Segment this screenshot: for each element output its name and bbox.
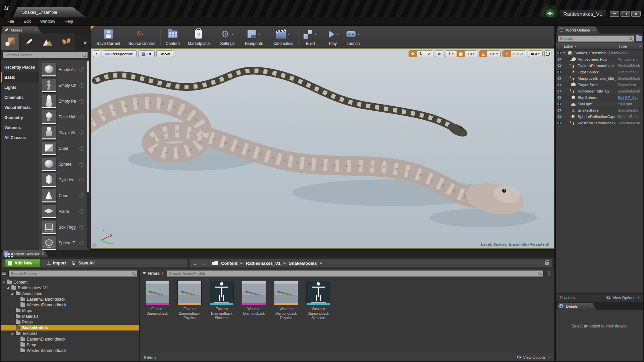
dropdown-arrow-icon[interactable]: ▼ [231,33,233,36]
tree-item-easterndiamondback-tex[interactable]: EasternDiamondback [1,336,139,342]
category-recently-placed[interactable]: Recently Placed [1,62,39,72]
outliner-view-options-button[interactable]: View Options▼ [606,296,640,300]
grid-snap-value[interactable]: 10▼ [465,51,477,57]
marketplace-button[interactable]: UMarketplace [184,26,214,48]
back-button[interactable]: ← [193,260,198,266]
dropdown-arrow-icon[interactable]: ▼ [258,33,260,36]
visibility-eye-icon[interactable] [557,58,562,61]
search-assets-input[interactable] [169,272,538,276]
table-row[interactable]: WesternDiamondbackSkeletalMesh [556,120,643,126]
settings-button[interactable]: ⚙▼Settings [216,26,238,48]
help-icon[interactable]: ? [79,99,84,104]
dropdown-arrow-icon[interactable]: ▼ [336,33,338,36]
viewport[interactable]: ▼ Perspective Lit Show ✥ ↻ ↗ ⊕ ⊥▼ ▦ 10▼ … [91,48,554,249]
help-icon[interactable]: ? [79,83,84,88]
asset-tile[interactable]: Eastern Diamondback Skeleton [208,281,236,320]
viewport-options-button[interactable]: ▼ [93,50,100,57]
import-button[interactable]: Import [47,261,66,265]
show-button[interactable]: Show [156,50,173,57]
asset-tile[interactable]: Eastern Diamondback [143,281,171,316]
close-icon[interactable]: × [590,304,592,308]
tree-item-rattlesnakes[interactable]: ◢Rattlesnakes_V1 [1,285,139,291]
category-volumes[interactable]: Volumes [1,123,39,133]
rotate-tool-button[interactable]: ↻ [417,51,425,57]
maximize-viewport-button[interactable] [544,50,551,57]
save-current-button[interactable]: Save Current [93,26,124,48]
blueprints-button[interactable]: ▼Blueprints [241,26,267,48]
help-icon[interactable]: ? [79,115,84,119]
outliner-search-input[interactable] [560,37,629,41]
menu-file[interactable]: File [3,18,18,24]
list-item[interactable]: Box Trigg? [39,219,90,235]
visibility-eye-icon[interactable] [557,70,562,74]
tree-item-westerndiamondback[interactable]: WesternDiamondback [1,302,139,308]
tree-item-westerndiamondback-tex[interactable]: WesternDiamondback [1,348,139,353]
table-row[interactable]: SkyLightSkyLight [556,101,643,107]
grid-snap-toggle-button[interactable]: ▦ [457,51,465,57]
list-item[interactable]: Cone? [39,188,90,203]
visibility-eye-icon[interactable] [557,102,562,106]
tree-item-textures[interactable]: ◢Textures [1,330,139,336]
asset-tile[interactable]: Western Diamondback [240,281,268,316]
expand-caret-icon[interactable]: ◢ [7,286,10,289]
category-cinematic[interactable]: Cinematic [1,93,39,103]
paint-mode-tab[interactable] [19,34,38,50]
breadcrumb-snakemodels[interactable]: SnakeModels [289,261,317,266]
visibility-eye-icon[interactable] [557,77,562,80]
browser-view-options-button[interactable]: View Options▼ [517,355,550,359]
content-button[interactable]: Content [162,26,184,48]
expand-caret-icon[interactable]: ◢ [2,281,5,284]
list-item[interactable]: Sphere T? [39,235,90,251]
list-item[interactable]: Cylinder? [39,172,90,188]
new-folder-icon[interactable] [636,36,642,41]
source-control-button[interactable]: ▼Source Control [124,26,159,48]
asset-tile[interactable]: Western Diamondback Physics [272,281,300,320]
help-icon[interactable]: ? [79,67,84,72]
surface-snap-button[interactable]: ⊥▼ [445,51,457,57]
table-row[interactable]: Light SourceDirectionalLi [556,69,643,75]
breadcrumb-content[interactable]: Content [221,261,237,266]
help-icon[interactable]: ? [79,241,84,245]
add-new-button[interactable]: Add New▼ [5,259,41,267]
more-modes-chevron-icon[interactable]: » [81,34,90,50]
edit-blueprint-link[interactable]: Edit BP_Sky [618,96,643,100]
build-button[interactable]: ▼Build [300,26,321,48]
list-item[interactable]: Empty Ac? [39,62,90,77]
visibility-eye-icon[interactable] [557,89,562,93]
place-mode-tab[interactable] [1,34,19,50]
category-geometry[interactable]: Geometry [1,113,39,123]
breadcrumb-rattlesnakes[interactable]: Rattlesnakes_V1 [246,261,280,266]
help-icon[interactable]: ? [79,178,84,182]
search-folders-input[interactable] [11,272,132,276]
list-item[interactable]: Plane? [39,203,90,219]
scale-snap-value[interactable]: 0.25▼ [511,51,526,57]
tree-item-stage[interactable]: Stage [1,342,139,348]
tree-item-maps[interactable]: Maps [1,308,139,313]
world-outliner-tab[interactable]: World Outliner × [556,26,600,34]
close-button[interactable]: × [631,11,641,17]
lock-icon[interactable] [545,262,549,265]
translate-tool-button[interactable]: ✥ [409,51,417,57]
list-item[interactable]: Sphere? [39,156,90,172]
visibility-eye-icon[interactable] [557,96,562,99]
table-row[interactable]: SphereReflectionCaptSphereReflec [556,113,643,120]
table-row[interactable]: MangroveSnake_Idle_SkeletalMesh [556,75,643,81]
foliage-mode-tab[interactable] [57,34,76,50]
dropdown-arrow-icon[interactable]: ▼ [142,33,144,36]
landscape-mode-tab[interactable] [38,34,57,50]
launch-button[interactable]: ▼Launch [342,26,364,48]
list-item[interactable]: Empty Ch? [39,77,90,93]
minimize-button[interactable] [610,11,619,17]
sources-panel-toggle[interactable] [2,270,7,276]
type-column-header[interactable]: Type [619,44,627,48]
forward-button[interactable]: → [201,260,206,266]
cinematics-button[interactable]: ▼Cinematics [269,26,297,48]
visibility-eye-icon[interactable] [557,83,562,86]
restore-button[interactable] [621,11,630,17]
table-row[interactable]: Sky SphereEdit BP_Sky [556,94,643,101]
category-lights[interactable]: Lights [1,82,39,93]
tree-item-easterndiamondback[interactable]: EasternDiamondback [1,296,139,302]
visibility-eye-icon[interactable] [557,115,562,118]
table-row[interactable]: Player StartPlayerStart [556,81,643,88]
visibility-eye-icon[interactable] [557,121,562,125]
